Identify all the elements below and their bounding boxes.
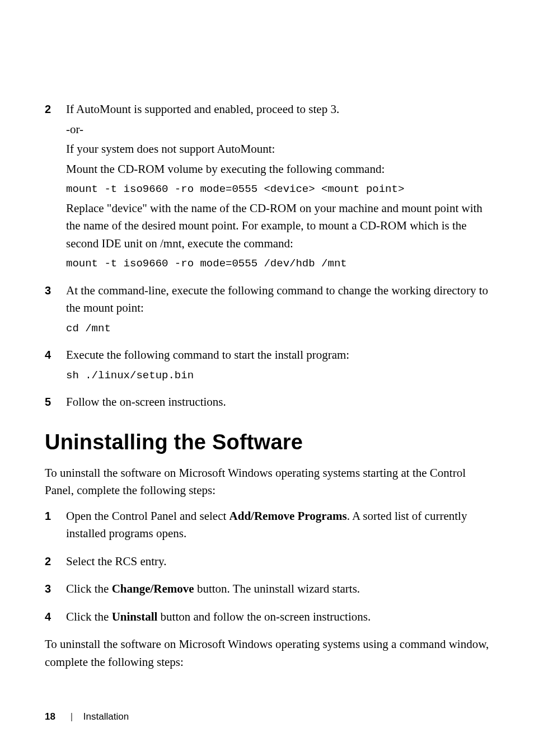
bold-run: Change/Remove [112,582,194,595]
list-body: Follow the on-screen instructions. [66,393,489,414]
list-body: At the command-line, execute the followi… [66,282,489,339]
intro-paragraph: To uninstall the software on Microsoft W… [45,464,489,500]
code-line: cd /mnt [66,321,489,337]
code-line: mount -t iso9660 -ro mode=0555 /dev/hdb … [66,256,489,272]
text-run: Select the RCS entry. [66,555,166,568]
list-number: 4 [45,608,66,628]
list-number: 3 [45,580,66,600]
list-item: 4 Execute the following command to start… [45,346,489,386]
list-number: 3 [45,282,66,339]
paragraph: Execute the following command to start t… [66,346,489,364]
outro-paragraph: To uninstall the software on Microsoft W… [45,636,489,671]
list-number: 5 [45,393,66,414]
list-body: Click the Change/Remove button. The unin… [66,580,489,600]
list-number: 2 [45,101,66,274]
bold-run: Uninstall [112,610,158,623]
ordered-list-b: 1 Open the Control Panel and select Add/… [45,508,489,628]
list-body: Select the RCS entry. [66,553,489,573]
paragraph: Click the Change/Remove button. The unin… [66,580,489,598]
text-run: Click the [66,610,112,623]
section-heading: Uninstalling the Software [45,430,489,454]
list-item: 5 Follow the on-screen instructions. [45,393,489,414]
paragraph: Replace "device" with the name of the CD… [66,200,489,253]
text-run: button and follow the on-screen instruct… [157,610,371,623]
list-body: If AutoMount is supported and enabled, p… [66,101,489,274]
list-body: Open the Control Panel and select Add/Re… [66,508,489,545]
list-item: 1 Open the Control Panel and select Add/… [45,508,489,545]
page-number: 18 [45,711,55,722]
paragraph: Mount the CD-ROM volume by executing the… [66,161,489,179]
list-item: 4 Click the Uninstall button and follow … [45,608,489,628]
bold-run: Add/Remove Programs [229,509,347,523]
paragraph: If your system does not support AutoMoun… [66,140,489,158]
footer-section: Installation [83,711,129,722]
list-number: 2 [45,553,66,573]
paragraph: Follow the on-screen instructions. [66,393,489,411]
list-body: Click the Uninstall button and follow th… [66,608,489,628]
list-item: 2 Select the RCS entry. [45,553,489,573]
list-item: 2 If AutoMount is supported and enabled,… [45,101,489,274]
ordered-list-a: 2 If AutoMount is supported and enabled,… [45,101,489,414]
paragraph: At the command-line, execute the followi… [66,282,489,317]
paragraph: Open the Control Panel and select Add/Re… [66,508,489,543]
list-number: 4 [45,346,66,386]
paragraph: Click the Uninstall button and follow th… [66,608,489,626]
list-number: 1 [45,508,66,545]
document-page: 2 If AutoMount is supported and enabled,… [0,0,534,756]
text-run: Click the [66,582,112,595]
code-line: sh ./linux/setup.bin [66,368,489,384]
paragraph: If AutoMount is supported and enabled, p… [66,101,489,119]
footer-separator: | [71,711,73,722]
paragraph: -or- [66,121,489,139]
list-body: Execute the following command to start t… [66,346,489,386]
paragraph: Select the RCS entry. [66,553,489,571]
list-item: 3 At the command-line, execute the follo… [45,282,489,339]
page-footer: 18 | Installation [45,711,129,722]
text-run: Open the Control Panel and select [66,509,229,523]
list-item: 3 Click the Change/Remove button. The un… [45,580,489,600]
code-line: mount -t iso9660 -ro mode=0555 <device> … [66,181,489,198]
text-run: button. The uninstall wizard starts. [194,582,360,595]
